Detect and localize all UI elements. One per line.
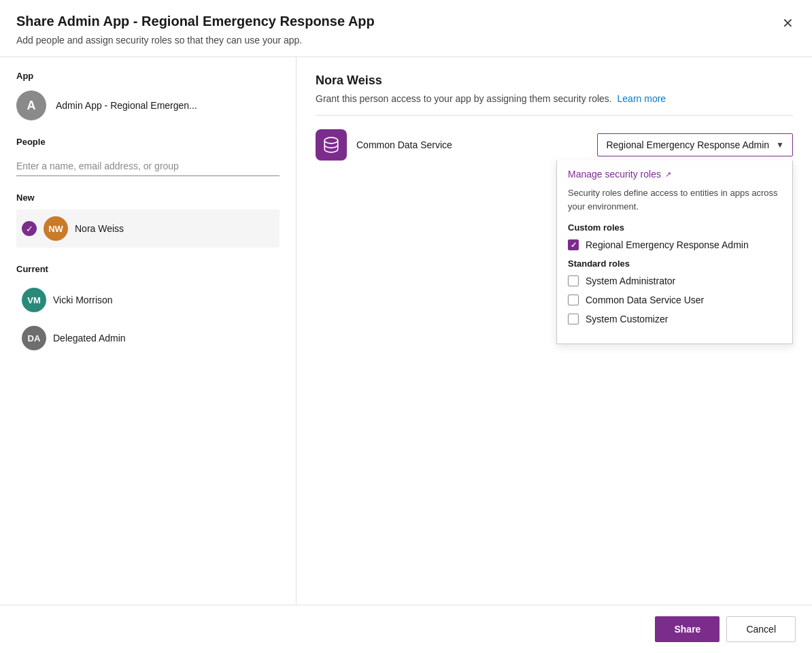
service-name: Common Data Service (356, 139, 588, 150)
app-item: A Admin App - Regional Emergen... (16, 90, 280, 120)
custom-role-item-0: Regional Emergency Response Admin (568, 239, 781, 250)
custom-role-checkbox-0[interactable] (568, 239, 579, 250)
selected-check-icon: ✓ (22, 221, 37, 236)
cancel-button[interactable]: Cancel (726, 616, 796, 642)
standard-role-checkbox-2[interactable] (568, 314, 579, 324)
dropdown-chevron-icon: ▼ (776, 140, 784, 150)
grant-text: Grant this person access to your app by … (316, 93, 793, 104)
app-name: Admin App - Regional Emergen... (56, 100, 197, 111)
dropdown-value: Regional Emergency Response Admin (606, 139, 769, 150)
standard-role-item-2: System Customizer (568, 314, 781, 324)
role-dropdown[interactable]: Regional Emergency Response Admin ▼ (597, 133, 793, 156)
dropdown-panel: Manage security roles ↗︎ Security roles … (556, 161, 793, 344)
learn-more-link[interactable]: Learn more (618, 93, 666, 104)
person-name-nora: Nora Weiss (75, 223, 124, 234)
roles-description: Security roles define access to entities… (568, 186, 781, 213)
app-section-label: App (16, 71, 280, 81)
close-button[interactable]: ✕ (777, 12, 798, 34)
dialog-body: App A Admin App - Regional Emergen... Pe… (0, 57, 812, 605)
right-panel: Nora Weiss Grant this person access to y… (297, 57, 812, 605)
standard-role-item-0: System Administrator (568, 275, 781, 286)
service-row-wrap: Common Data Service Regional Emergency R… (316, 129, 793, 161)
current-person-row-vm[interactable]: VM Vicki Morrison (16, 281, 280, 319)
person-name-vicki: Vicki Morrison (53, 295, 113, 305)
standard-role-name-2: System Customizer (586, 314, 668, 324)
right-person-title: Nora Weiss (316, 73, 793, 88)
dialog-footer: Share Cancel (0, 605, 812, 653)
standard-role-checkbox-0[interactable] (568, 275, 579, 286)
dialog-title: Share Admin App - Regional Emergency Res… (16, 14, 796, 29)
manage-roles-link[interactable]: Manage security roles ↗︎ (568, 169, 781, 180)
custom-role-name-0: Regional Emergency Response Admin (586, 239, 749, 250)
person-avatar-nw: NW (44, 216, 68, 241)
standard-role-name-0: System Administrator (586, 275, 675, 286)
standard-role-name-1: Common Data Service User (586, 295, 704, 305)
app-avatar: A (16, 90, 46, 120)
divider (316, 115, 793, 116)
people-section-label: People (16, 137, 280, 147)
people-section: People (16, 137, 280, 192)
current-person-row-da[interactable]: DA Delegated Admin (16, 319, 280, 357)
current-section-label: Current (16, 264, 280, 274)
custom-roles-label: Custom roles (568, 222, 781, 233)
person-name-delegated: Delegated Admin (53, 333, 126, 344)
people-search-input[interactable] (16, 156, 280, 176)
service-icon (316, 129, 347, 161)
new-section-label: New (16, 192, 280, 203)
external-link-icon: ↗︎ (665, 170, 671, 179)
standard-role-checkbox-1[interactable] (568, 295, 579, 305)
share-button[interactable]: Share (655, 616, 720, 642)
standard-role-item-1: Common Data Service User (568, 295, 781, 305)
dialog-subtitle: Add people and assign security roles so … (16, 35, 796, 46)
new-person-row[interactable]: ✓ NW Nora Weiss (16, 210, 280, 248)
standard-roles-label: Standard roles (568, 258, 781, 269)
dialog-header: Share Admin App - Regional Emergency Res… (0, 0, 812, 57)
person-avatar-vm: VM (22, 288, 46, 312)
left-panel: App A Admin App - Regional Emergen... Pe… (0, 57, 297, 605)
share-dialog: Share Admin App - Regional Emergency Res… (0, 0, 812, 653)
person-avatar-da: DA (22, 326, 46, 350)
svg-point-0 (324, 137, 338, 144)
